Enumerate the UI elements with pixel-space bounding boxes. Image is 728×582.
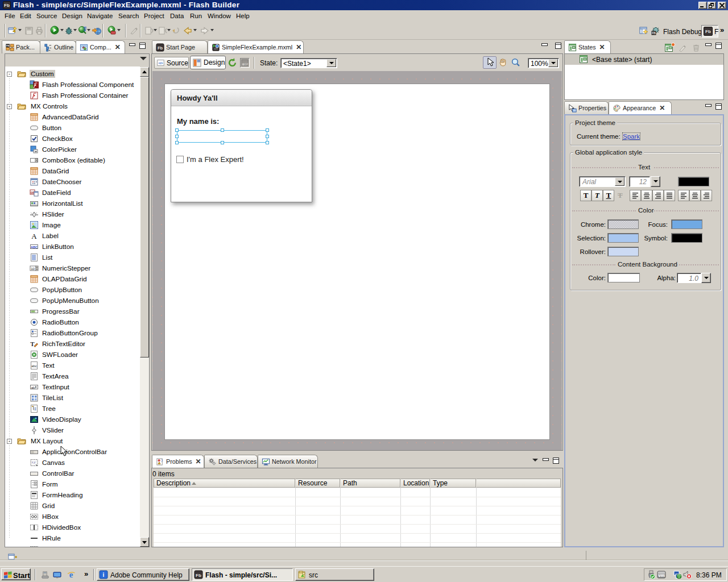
svg-text:x,y: x,y <box>31 460 36 464</box>
svg-text:i: i <box>103 572 105 578</box>
svg-text:FB: FB <box>6 44 10 47</box>
svg-text:vm: vm <box>658 573 665 578</box>
svg-text:Fb: Fb <box>196 573 201 578</box>
svg-text:</>: </> <box>214 48 218 51</box>
svg-text:ab: ab <box>31 386 35 389</box>
svg-text:ABC: ABC <box>31 246 38 249</box>
svg-text:GF: GF <box>245 63 249 66</box>
svg-text:A: A <box>31 232 37 240</box>
svg-text:abc: abc <box>31 364 37 368</box>
svg-text:10: 10 <box>31 267 35 271</box>
svg-text:</>: </> <box>158 61 163 65</box>
svg-text:Fb: Fb <box>158 45 163 50</box>
svg-text:e: e <box>69 570 73 579</box>
svg-text:FB: FB <box>652 31 656 35</box>
